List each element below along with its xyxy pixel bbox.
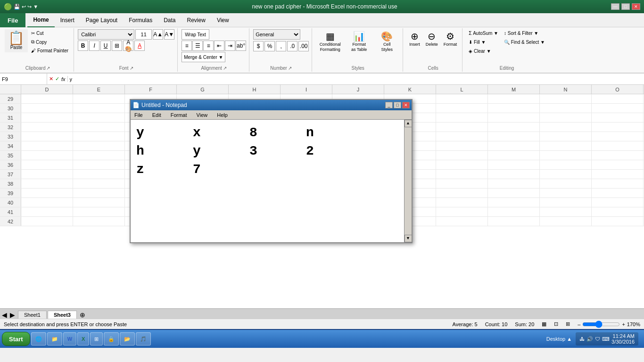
taskbar-app-win[interactable]: ⊞ [90, 332, 103, 346]
cell-m33[interactable] [488, 132, 540, 141]
font-expand-icon[interactable]: ↗ [130, 66, 133, 71]
cell-o36[interactable] [592, 160, 644, 169]
cell-e31[interactable] [73, 113, 125, 122]
formula-input[interactable] [68, 76, 644, 82]
cell-n32[interactable] [540, 123, 592, 132]
cell-l37[interactable] [436, 170, 488, 179]
cell-n36[interactable] [540, 160, 592, 169]
align-left-btn[interactable]: ≡ [182, 41, 192, 51]
cell-e38[interactable] [73, 179, 125, 188]
zoom-slider[interactable] [582, 321, 620, 328]
formula-fx-icon[interactable]: fx [61, 76, 66, 82]
notepad-menu-help[interactable]: Help [215, 112, 230, 118]
notepad-maximize-btn[interactable]: □ [394, 102, 401, 108]
cell-d39[interactable] [21, 189, 73, 197]
tab-home[interactable]: Home [27, 13, 54, 27]
col-header-j[interactable]: J [332, 85, 384, 94]
cell-m37[interactable] [488, 170, 540, 179]
notepad-content[interactable]: y h z x y 7 8 3 n [131, 120, 412, 242]
tab-insert[interactable]: Insert [55, 13, 80, 27]
cell-n39[interactable] [540, 189, 592, 197]
cell-l32[interactable] [436, 123, 488, 132]
cell-e41[interactable] [73, 207, 125, 216]
notepad-close-btn[interactable]: ✕ [402, 102, 410, 108]
cell-m40[interactable] [488, 198, 540, 207]
zoom-in-btn[interactable]: + [622, 321, 625, 327]
tab-formulas[interactable]: Formulas [123, 13, 158, 27]
view-normal-icon[interactable]: ▦ [542, 321, 546, 327]
cell-l39[interactable] [436, 189, 488, 197]
cell-o41[interactable] [592, 207, 644, 216]
view-layout-icon[interactable]: ⊡ [554, 321, 558, 327]
cell-l38[interactable] [436, 179, 488, 188]
cell-e34[interactable] [73, 141, 125, 150]
col-header-m[interactable]: M [488, 85, 540, 94]
cell-o37[interactable] [592, 170, 644, 179]
fill-color-button[interactable]: A🎨 [123, 41, 133, 51]
align-center-btn[interactable]: ☰ [192, 41, 203, 51]
cell-o29[interactable] [592, 94, 644, 103]
cell-n29[interactable] [540, 94, 592, 103]
cut-button[interactable]: ✂ Cut [29, 29, 71, 37]
close-btn[interactable]: ✕ [632, 3, 640, 10]
cell-o35[interactable] [592, 151, 644, 160]
cell-l40[interactable] [436, 198, 488, 207]
cell-l31[interactable] [436, 113, 488, 122]
cell-n31[interactable] [540, 113, 592, 122]
cell-e29[interactable] [73, 94, 125, 103]
format-painter-button[interactable]: 🖌 Format Painter [29, 47, 71, 55]
sheet-add-btn[interactable]: ⊕ [80, 311, 85, 319]
cell-o30[interactable] [592, 104, 644, 113]
col-header-i[interactable]: I [281, 85, 332, 94]
cell-d37[interactable] [21, 170, 73, 179]
cell-e42[interactable] [73, 217, 125, 226]
cell-l30[interactable] [436, 104, 488, 113]
cell-o32[interactable] [592, 123, 644, 132]
col-header-d[interactable]: D [21, 85, 73, 94]
cell-l33[interactable] [436, 132, 488, 141]
tab-review[interactable]: Review [182, 13, 211, 27]
cell-d31[interactable] [21, 113, 73, 122]
cell-m32[interactable] [488, 123, 540, 132]
taskbar-app-folder[interactable]: 📂 [120, 332, 135, 346]
cell-d29[interactable] [21, 94, 73, 103]
align-right-btn[interactable]: ≡ [203, 41, 214, 51]
view-pagebreak-icon[interactable]: ⊞ [566, 321, 570, 327]
cell-d35[interactable] [21, 151, 73, 160]
border-button[interactable]: ⊞ [112, 41, 122, 51]
taskbar-app-ie[interactable]: 🌐 [31, 332, 46, 346]
cell-o38[interactable] [592, 179, 644, 188]
font-color-button[interactable]: A [134, 41, 145, 51]
cell-o40[interactable] [592, 198, 644, 207]
cell-d41[interactable] [21, 207, 73, 216]
merge-center-button[interactable]: Merge & Center ▼ [182, 52, 225, 62]
align-indent-inc-btn[interactable]: ⇥ [225, 41, 235, 51]
number-expand-icon[interactable]: ↗ [288, 66, 292, 71]
notepad-minimize-btn[interactable]: _ [385, 102, 393, 108]
formula-confirm-icon[interactable]: ✓ [55, 76, 59, 82]
cell-n38[interactable] [540, 179, 592, 188]
clipboard-expand-icon[interactable]: ↗ [46, 66, 50, 71]
cell-m30[interactable] [488, 104, 540, 113]
window-controls[interactable]: — □ ✕ [611, 3, 640, 10]
tab-page-layout[interactable]: Page Layout [80, 13, 123, 27]
cell-e30[interactable] [73, 104, 125, 113]
font-size-up-btn[interactable]: A▲ [153, 29, 163, 40]
decimal-dec-btn[interactable]: .0 [287, 41, 297, 51]
cell-o31[interactable] [592, 113, 644, 122]
taskbar-app-explorer[interactable]: 📁 [47, 332, 62, 346]
col-header-n[interactable]: N [540, 85, 592, 94]
cell-n35[interactable] [540, 151, 592, 160]
cell-m39[interactable] [488, 189, 540, 197]
cell-n33[interactable] [540, 132, 592, 141]
cell-e32[interactable] [73, 123, 125, 132]
cell-l36[interactable] [436, 160, 488, 169]
scrollbar-up-arrow[interactable]: ▲ [405, 120, 412, 127]
fill-button[interactable]: ⬇ Fill ▼ [466, 38, 501, 46]
comma-btn[interactable]: , [276, 41, 286, 51]
tab-view[interactable]: View [211, 13, 235, 27]
cell-n37[interactable] [540, 170, 592, 179]
format-as-table-button[interactable]: 📊 Formatas Table [346, 29, 372, 54]
notepad-menu-view[interactable]: View [195, 112, 210, 118]
font-name-select[interactable]: Calibri [78, 29, 134, 40]
